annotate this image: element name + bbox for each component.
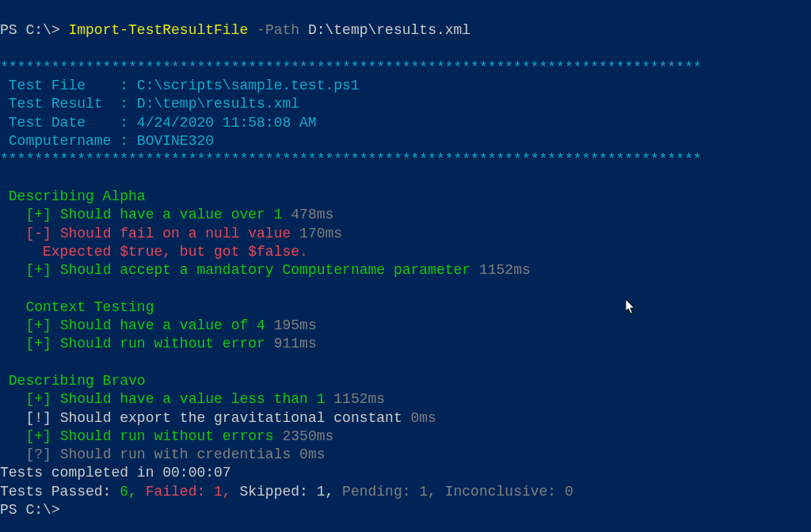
command-param: -Path (257, 22, 299, 38)
test-time: 0ms (299, 446, 325, 462)
summary-completed: Tests completed in 00:00:07 (0, 465, 231, 481)
test-error-text: Expected $true, but got $false. (0, 244, 308, 260)
context-title: Context Testing (0, 299, 154, 315)
test-result-text: Should accept a mandatory Computername p… (60, 262, 479, 278)
test-time: 0ms (411, 410, 436, 426)
command-arg: D:\temp\results.xml (308, 22, 470, 38)
test-time: 2350ms (282, 428, 333, 444)
summary-skipped-label: Skipped: (239, 484, 316, 500)
summary-failed-value: 1, (214, 484, 239, 500)
test-result-text: Should run without errors (60, 428, 283, 444)
test-time: 170ms (299, 226, 342, 241)
summary-failed-label: Failed: (146, 484, 214, 500)
test-result-text: Should run without error (60, 336, 274, 352)
test-time: 911ms (274, 336, 317, 352)
powershell-terminal[interactable]: PS C:\> Import-TestResultFile -Path D:\t… (0, 0, 811, 519)
header-file-value: C:\scripts\sample.test.ps1 (137, 78, 360, 93)
summary-inconclusive-value: 0 (565, 484, 573, 500)
test-time: 195ms (274, 317, 317, 333)
prompt: PS C:\> (0, 22, 68, 38)
fail-mark-icon: [-] (0, 226, 60, 241)
test-result-text: Should fail on a null value (60, 226, 299, 241)
test-result-text: Should run with credentials (60, 446, 299, 462)
pass-mark-icon: [+] (0, 428, 60, 444)
skip-mark-icon: [!] (0, 410, 60, 426)
prompt: PS C:\> (0, 502, 60, 518)
header-file-label: Test File : (0, 78, 137, 93)
describe-bravo-title: Describing Bravo (0, 373, 146, 389)
describe-alpha-title: Describing Alpha (0, 188, 146, 204)
summary-pending-label: Pending: (342, 484, 419, 500)
header-result-value: D:\temp\results.xml (137, 96, 299, 112)
test-time: 1152ms (479, 262, 531, 278)
test-result-text: Should have a value less than 1 (60, 391, 334, 407)
header-comp-value: BOVINE320 (137, 133, 214, 149)
pass-mark-icon: [+] (0, 207, 60, 222)
header-result-label: Test Result : (0, 96, 137, 112)
command-name: Import-TestResultFile (68, 22, 248, 38)
pending-mark-icon: [?] (0, 446, 60, 462)
pass-mark-icon: [+] (0, 391, 60, 407)
pass-mark-icon: [+] (0, 317, 60, 333)
test-result-text: Should have a value over 1 (60, 207, 291, 222)
test-time: 478ms (291, 207, 333, 222)
divider-stars: ****************************************… (0, 151, 702, 167)
header-date-label: Test Date : (0, 115, 137, 131)
header-date-value: 4/24/2020 11:58:08 AM (137, 115, 317, 131)
summary-inconclusive-label: Inconclusive: (445, 484, 565, 500)
summary-passed-label: Tests Passed: (0, 484, 120, 500)
summary-passed-value: 6, (120, 484, 145, 500)
test-result-text: Should have a value of 4 (60, 317, 274, 333)
test-result-text: Should export the gravitational constant (60, 410, 411, 426)
header-comp-label: Computername : (0, 133, 137, 149)
pass-mark-icon: [+] (0, 336, 60, 352)
summary-skipped-value: 1, (317, 484, 342, 500)
test-time: 1152ms (333, 391, 385, 407)
summary-pending-value: 1, (419, 484, 444, 500)
divider-stars: ****************************************… (0, 59, 702, 75)
pass-mark-icon: [+] (0, 262, 60, 278)
